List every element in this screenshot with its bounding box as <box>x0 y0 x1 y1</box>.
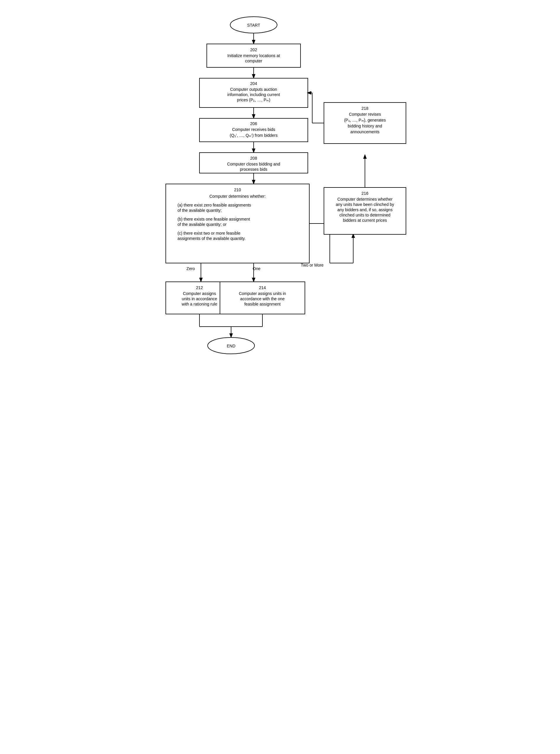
node-212-line3: with a rationing rule <box>181 302 217 306</box>
node-212-id: 212 <box>196 285 203 290</box>
node-210-c2: assignments of the available quantity. <box>178 236 245 241</box>
node-204-line1: Computer outputs auction <box>230 87 277 92</box>
node-216-line1: Computer determines whether <box>337 197 393 201</box>
node-216-line3: any bidders and, if so, assigns <box>337 207 393 212</box>
node-206-id: 206 <box>250 121 257 126</box>
node-204-line2: information, including current <box>227 92 280 97</box>
node-204-id: 204 <box>250 81 257 86</box>
node-208-line2: processes bids <box>240 167 267 172</box>
node-216-id: 216 <box>361 191 368 196</box>
node-214-id: 214 <box>259 285 266 290</box>
label-zero: Zero <box>186 266 195 271</box>
start-label: START <box>247 23 260 27</box>
label-two-or-more: Two or More <box>301 263 324 267</box>
node-218-line2: (P₁, …, Pₘ), generates <box>344 118 386 122</box>
node-218-id: 218 <box>361 106 368 111</box>
node-204-line3: prices (P₁, …, Pₘ) <box>237 98 270 102</box>
node-218-line4: announcements <box>350 130 380 134</box>
node-212-line1: Computer assigns <box>183 291 216 296</box>
node-210-b2: of the available quantity; or <box>178 222 227 227</box>
node-216-line4: clinched units to determined <box>339 213 391 217</box>
flowchart-container: START 202 Initialize memory locations at… <box>148 12 412 408</box>
end-label: END <box>227 344 236 348</box>
node-202-line1: Initialize memory locations at <box>227 53 280 58</box>
node-206-line2: (Q₁ⁱ, …, Qₘⁱ) from bidders <box>229 133 277 138</box>
node-218-line1: Computer revises <box>349 112 381 117</box>
node-218-line3: bidding history and <box>348 124 382 128</box>
node-202-id: 202 <box>250 47 257 52</box>
node-210-c1: (c) there exist two or more feasible <box>178 231 240 236</box>
node-212-line2: units in accordance <box>182 296 217 301</box>
node-214-line1: Computer assigns units in <box>239 291 286 296</box>
node-208-id: 208 <box>250 156 257 160</box>
node-214-line3: feasible assignment <box>244 302 281 306</box>
node-202-line2: computer <box>245 59 262 63</box>
node-216-line2: any units have been clinched by <box>336 202 394 207</box>
node-208-line1: Computer closes bidding and <box>227 162 280 166</box>
label-one: One <box>253 266 261 271</box>
node-210-id: 210 <box>234 187 241 192</box>
node-210-a1: (a) there exist zero feasible assignment… <box>178 203 251 207</box>
node-216-line5: bidders at current prices <box>343 218 387 223</box>
node-210-line1: Computer determines whether: <box>209 194 266 199</box>
node-214-line2: accordance with the one <box>240 296 285 301</box>
node-210-a2: of the available quantity; <box>178 208 222 213</box>
node-206-line1: Computer receives bids <box>232 127 275 132</box>
node-210-b1: (b) there exists one feasible assignment <box>178 217 250 221</box>
